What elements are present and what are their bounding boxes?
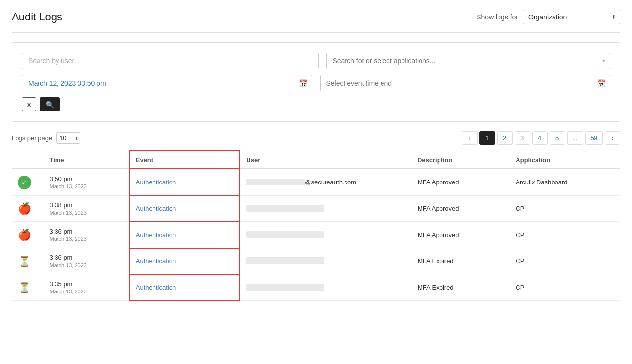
col-header-event: Event xyxy=(130,151,240,169)
row-user-cell xyxy=(240,248,412,274)
row-application-cell: Arculix Dashboard xyxy=(510,169,620,196)
table-row: 🍎 3:38 pm March 13, 2023 Authentication … xyxy=(12,196,620,222)
date-end-wrapper: 📅 xyxy=(320,75,611,91)
row-event-cell: Authentication xyxy=(130,248,240,274)
row-event-cell: Authentication xyxy=(130,196,240,222)
page-3-button[interactable]: 3 xyxy=(515,131,530,145)
row-application-cell: CP xyxy=(510,274,620,301)
col-header-user: User xyxy=(240,151,412,169)
row-icon-cell: ✓ xyxy=(12,169,43,196)
row-icon-cell: 🍎 xyxy=(12,222,43,248)
app-select-wrapper: ▾ xyxy=(326,53,611,69)
table-row: ✓ 3:50 pm March 13, 2023 Authentication … xyxy=(12,169,620,196)
row-icon-cell: 🍎 xyxy=(12,196,43,222)
row-description-cell: MFA Expired xyxy=(412,274,510,301)
row-user-cell: @secureauth.com xyxy=(240,169,412,196)
user-blur xyxy=(246,231,324,238)
table-row: 🍎 3:36 pm March 13, 2023 Authentication … xyxy=(12,222,620,248)
pagination-ellipsis: ... xyxy=(567,131,583,145)
event-link[interactable]: Authentication xyxy=(136,257,176,265)
page-5-button[interactable]: 5 xyxy=(550,131,565,145)
next-page-button[interactable]: › xyxy=(605,131,620,145)
event-link[interactable]: Authentication xyxy=(136,205,176,212)
per-page-select[interactable]: 10 25 50 100 xyxy=(56,132,80,144)
page-59-button[interactable]: 59 xyxy=(585,131,603,145)
audit-logs-table: Time Event User Description Application … xyxy=(12,150,620,301)
row-date: March 13, 2023 xyxy=(49,289,123,294)
row-application-cell: CP xyxy=(510,248,620,274)
row-user-cell xyxy=(240,222,412,248)
show-logs-select-wrapper: Organization User Application xyxy=(523,10,620,24)
page-1-button[interactable]: 1 xyxy=(479,131,495,145)
row-time: 3:36 pm xyxy=(49,228,123,235)
row-description-cell: MFA Approved xyxy=(412,169,510,196)
filter-actions: x 🔍 xyxy=(22,97,610,111)
apple-icon: 🍎 xyxy=(18,202,31,216)
row-date: March 13, 2023 xyxy=(49,183,123,189)
row-description-cell: MFA Approved xyxy=(412,196,510,222)
row-user-cell xyxy=(240,274,412,301)
filter-row-2: 📅 📅 xyxy=(22,75,610,91)
logs-per-page-label: Logs per page xyxy=(12,134,52,142)
row-event-cell: Authentication xyxy=(130,274,240,301)
page-2-button[interactable]: 2 xyxy=(497,131,513,145)
date-start-input[interactable] xyxy=(22,75,312,91)
page-title: Audit Logs xyxy=(12,11,62,23)
checkmark-icon: ✓ xyxy=(18,176,31,189)
event-link[interactable]: Authentication xyxy=(136,179,176,186)
apple-icon: 🍎 xyxy=(18,228,31,242)
user-search-input[interactable] xyxy=(22,53,319,69)
row-user-cell xyxy=(240,196,412,222)
show-logs-label: Show logs for xyxy=(477,13,518,21)
col-header-time: Time xyxy=(43,151,129,169)
date-start-wrapper: 📅 xyxy=(22,75,312,91)
clear-button[interactable]: x xyxy=(22,97,36,111)
row-time-cell: 3:50 pm March 13, 2023 xyxy=(43,169,129,196)
row-time-cell: 3:35 pm March 13, 2023 xyxy=(43,274,129,301)
user-email-suffix: @secureauth.com xyxy=(305,179,356,186)
row-event-cell: Authentication xyxy=(130,222,240,248)
hourglass-icon: ⏳ xyxy=(18,255,31,268)
user-blur xyxy=(246,284,324,291)
user-blur xyxy=(246,257,324,264)
row-time-cell: 3:36 pm March 13, 2023 xyxy=(43,248,129,274)
event-link[interactable]: Authentication xyxy=(136,231,176,238)
row-time-cell: 3:38 pm March 13, 2023 xyxy=(43,196,129,222)
col-header-description: Description xyxy=(412,151,510,169)
row-date: March 13, 2023 xyxy=(49,262,123,268)
app-search-input[interactable] xyxy=(326,53,611,69)
hourglass-icon: ⏳ xyxy=(18,281,31,294)
row-description-cell: MFA Approved xyxy=(412,222,510,248)
col-header-application: Application xyxy=(510,151,620,169)
filter-section: ▾ 📅 📅 x 🔍 xyxy=(12,42,620,122)
row-application-cell: CP xyxy=(510,222,620,248)
row-time-cell: 3:36 pm March 13, 2023 xyxy=(43,222,129,248)
page-4-button[interactable]: 4 xyxy=(532,131,548,145)
row-description-cell: MFA Expired xyxy=(412,248,510,274)
pagination: ‹ 1 2 3 4 5 ... 59 › xyxy=(462,131,620,145)
table-row: ⏳ 3:36 pm March 13, 2023 Authentication … xyxy=(12,248,620,274)
col-header-icon xyxy=(12,151,43,169)
row-icon-cell: ⏳ xyxy=(12,248,43,274)
user-blur xyxy=(246,205,324,212)
row-application-cell: CP xyxy=(510,196,620,222)
prev-page-button[interactable]: ‹ xyxy=(462,131,478,145)
user-blur xyxy=(246,179,305,185)
filter-row-1: ▾ xyxy=(22,53,610,69)
row-time: 3:38 pm xyxy=(49,201,123,209)
event-link[interactable]: Authentication xyxy=(136,284,176,291)
search-button[interactable]: 🔍 xyxy=(40,97,60,111)
row-time: 3:36 pm xyxy=(49,254,123,261)
table-row: ⏳ 3:35 pm March 13, 2023 Authentication … xyxy=(12,274,620,301)
row-date: March 13, 2023 xyxy=(49,236,123,242)
row-time: 3:50 pm xyxy=(49,175,123,182)
show-logs-for-section: Show logs for Organization User Applicat… xyxy=(477,10,620,24)
row-icon-cell: ⏳ xyxy=(12,274,43,301)
date-end-input[interactable] xyxy=(320,75,611,91)
show-logs-select[interactable]: Organization User Application xyxy=(523,10,620,24)
row-date: March 13, 2023 xyxy=(49,210,123,216)
table-controls: Logs per page 10 25 50 100 ‹ 1 2 3 4 5 .… xyxy=(12,131,620,145)
row-time: 3:35 pm xyxy=(49,280,123,288)
table-header-row: Time Event User Description Application xyxy=(12,151,620,169)
per-page-select-wrapper: 10 25 50 100 xyxy=(56,132,80,144)
